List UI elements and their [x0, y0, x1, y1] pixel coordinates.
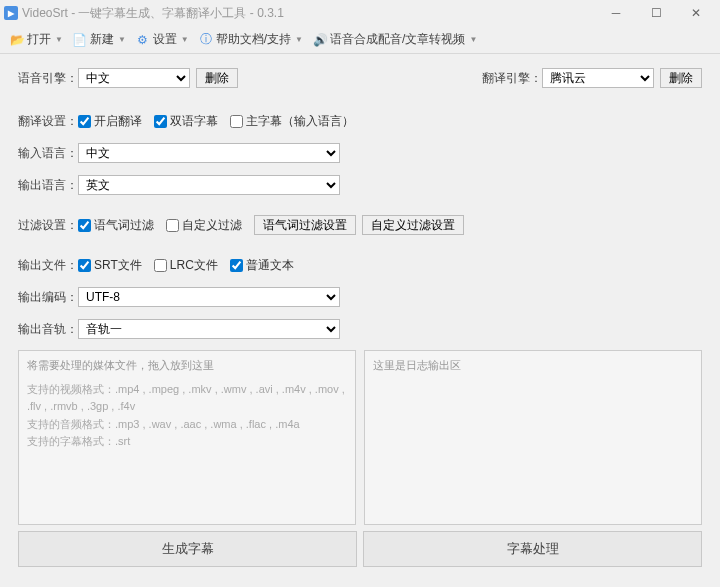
help-icon: ⓘ — [199, 33, 213, 47]
toolbar-new-label: 新建 — [90, 31, 114, 48]
output-file-row: 输出文件： SRT文件 LRC文件 普通文本 — [18, 254, 702, 276]
window-controls: ─ ☐ ✕ — [596, 0, 716, 26]
output-encoding-select[interactable]: UTF-8 — [78, 287, 340, 307]
close-button[interactable]: ✕ — [676, 0, 716, 26]
output-file-label: 输出文件： — [18, 257, 78, 274]
translate-settings-label: 翻译设置： — [18, 113, 78, 130]
window-title: VideoSrt - 一键字幕生成、字幕翻译小工具 - 0.3.1 — [22, 5, 284, 22]
content: 语音引擎： 中文 删除 翻译引擎： 腾讯云 删除 翻译设置： 开启翻译 双语字幕… — [0, 54, 720, 567]
caret-down-icon: ▼ — [295, 35, 303, 44]
output-lang-row: 输出语言： 英文 — [18, 174, 702, 196]
input-lang-select[interactable]: 中文 — [78, 143, 340, 163]
translate-engine-label: 翻译引擎： — [482, 70, 542, 87]
enable-translate-checkbox[interactable]: 开启翻译 — [78, 113, 142, 130]
audio-formats-text: 支持的音频格式：.mp3 , .wav , .aac , .wma , .fla… — [27, 416, 347, 434]
toolbar-help-label: 帮助文档/支持 — [216, 31, 291, 48]
speech-engine-delete-button[interactable]: 删除 — [196, 68, 238, 88]
maximize-button[interactable]: ☐ — [636, 0, 676, 26]
translate-engine-select[interactable]: 腾讯云 — [542, 68, 654, 88]
drop-panel-title: 将需要处理的媒体文件，拖入放到这里 — [27, 357, 347, 375]
output-encoding-row: 输出编码： UTF-8 — [18, 286, 702, 308]
filter-row: 过滤设置： 语气词过滤 自定义过滤 语气词过滤设置 自定义过滤设置 — [18, 214, 702, 236]
lrc-checkbox[interactable]: LRC文件 — [154, 257, 218, 274]
speech-engine-select[interactable]: 中文 — [78, 68, 190, 88]
process-subtitle-button[interactable]: 字幕处理 — [363, 531, 702, 567]
toolbar-open[interactable]: 📂 打开 ▼ — [6, 29, 67, 50]
caret-down-icon: ▼ — [55, 35, 63, 44]
engine-row: 语音引擎： 中文 删除 翻译引擎： 腾讯云 删除 — [18, 68, 702, 88]
translate-engine-delete-button[interactable]: 删除 — [660, 68, 702, 88]
bottom-buttons: 生成字幕 字幕处理 — [18, 531, 702, 567]
video-formats-text: 支持的视频格式：.mp4 , .mpeg , .mkv , .wmv , .av… — [27, 381, 347, 416]
drop-panel[interactable]: 将需要处理的媒体文件，拖入放到这里 支持的视频格式：.mp4 , .mpeg ,… — [18, 350, 356, 525]
caret-down-icon: ▼ — [181, 35, 189, 44]
sub-formats-text: 支持的字幕格式：.srt — [27, 433, 347, 451]
modal-filter-settings-button[interactable]: 语气词过滤设置 — [254, 215, 356, 235]
input-lang-label: 输入语言： — [18, 145, 78, 162]
log-panel: 这里是日志输出区 — [364, 350, 702, 525]
folder-open-icon: 📂 — [10, 33, 24, 47]
toolbar-tts-label: 语音合成配音/文章转视频 — [330, 31, 465, 48]
srt-checkbox[interactable]: SRT文件 — [78, 257, 142, 274]
gear-icon: ⚙ — [136, 33, 150, 47]
toolbar-new[interactable]: 📄 新建 ▼ — [69, 29, 130, 50]
input-lang-row: 输入语言： 中文 — [18, 142, 702, 164]
bilingual-checkbox[interactable]: 双语字幕 — [154, 113, 218, 130]
output-lang-select[interactable]: 英文 — [78, 175, 340, 195]
panels: 将需要处理的媒体文件，拖入放到这里 支持的视频格式：.mp4 , .mpeg ,… — [18, 350, 702, 525]
filter-label: 过滤设置： — [18, 217, 78, 234]
output-track-row: 输出音轨： 音轨一 — [18, 318, 702, 340]
custom-filter-settings-button[interactable]: 自定义过滤设置 — [362, 215, 464, 235]
toolbar-settings-label: 设置 — [153, 31, 177, 48]
toolbar-help[interactable]: ⓘ 帮助文档/支持 ▼ — [195, 29, 307, 50]
txt-checkbox[interactable]: 普通文本 — [230, 257, 294, 274]
translate-engine-group: 翻译引擎： 腾讯云 删除 — [482, 68, 702, 88]
output-track-label: 输出音轨： — [18, 321, 78, 338]
speech-engine-group: 语音引擎： 中文 删除 — [18, 68, 238, 88]
output-lang-label: 输出语言： — [18, 177, 78, 194]
toolbar-settings[interactable]: ⚙ 设置 ▼ — [132, 29, 193, 50]
speech-engine-label: 语音引擎： — [18, 70, 78, 87]
app-icon: ▶ — [4, 6, 18, 20]
toolbar-open-label: 打开 — [27, 31, 51, 48]
log-panel-title: 这里是日志输出区 — [373, 357, 693, 375]
sound-icon: 🔊 — [313, 33, 327, 47]
main-subtitle-checkbox[interactable]: 主字幕（输入语言） — [230, 113, 354, 130]
custom-filter-checkbox[interactable]: 自定义过滤 — [166, 217, 242, 234]
titlebar-left: ▶ VideoSrt - 一键字幕生成、字幕翻译小工具 - 0.3.1 — [4, 5, 284, 22]
generate-subtitle-button[interactable]: 生成字幕 — [18, 531, 357, 567]
toolbar: 📂 打开 ▼ 📄 新建 ▼ ⚙ 设置 ▼ ⓘ 帮助文档/支持 ▼ 🔊 语音合成配… — [0, 26, 720, 54]
file-new-icon: 📄 — [73, 33, 87, 47]
caret-down-icon: ▼ — [118, 35, 126, 44]
minimize-button[interactable]: ─ — [596, 0, 636, 26]
caret-down-icon: ▼ — [469, 35, 477, 44]
modal-filter-checkbox[interactable]: 语气词过滤 — [78, 217, 154, 234]
translate-settings-row: 翻译设置： 开启翻译 双语字幕 主字幕（输入语言） — [18, 110, 702, 132]
toolbar-tts[interactable]: 🔊 语音合成配音/文章转视频 ▼ — [309, 29, 481, 50]
titlebar: ▶ VideoSrt - 一键字幕生成、字幕翻译小工具 - 0.3.1 ─ ☐ … — [0, 0, 720, 26]
output-track-select[interactable]: 音轨一 — [78, 319, 340, 339]
output-encoding-label: 输出编码： — [18, 289, 78, 306]
